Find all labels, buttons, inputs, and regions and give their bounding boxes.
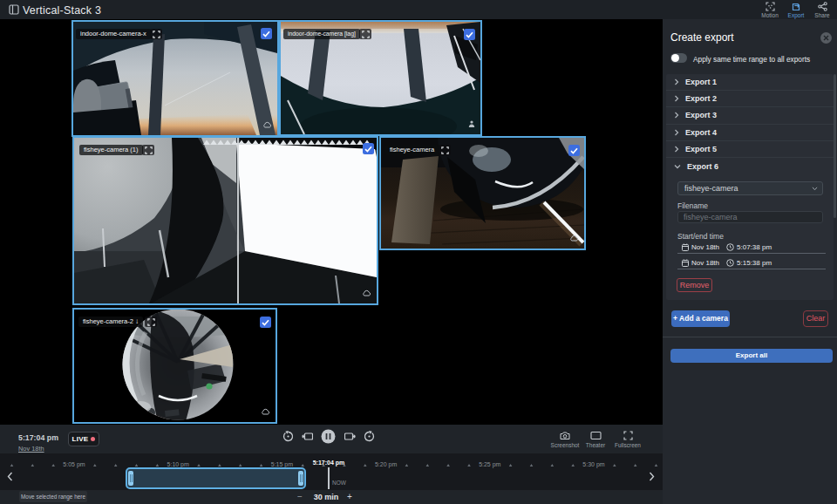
svg-text:5:30 pm: 5:30 pm <box>582 461 604 468</box>
svg-text:5:05 pm: 5:05 pm <box>63 461 85 468</box>
svg-text:5:20 pm: 5:20 pm <box>375 461 397 468</box>
svg-text:5:25 pm: 5:25 pm <box>479 461 500 468</box>
